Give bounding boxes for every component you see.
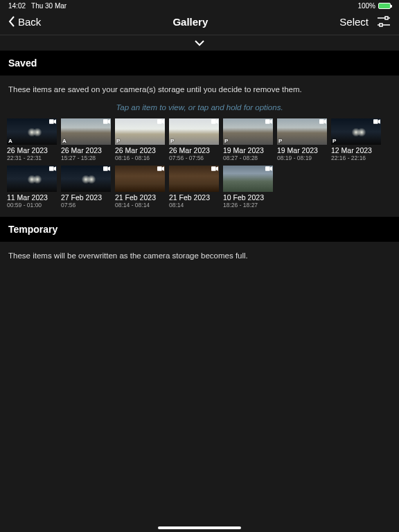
gallery-item[interactable]: P 19 Mar 2023 08:19 - 08:19 — [277, 118, 327, 161]
type-badge: P — [116, 138, 120, 144]
camera-icon — [157, 166, 164, 171]
camera-icon — [319, 119, 326, 124]
svg-rect-12 — [103, 166, 108, 171]
item-date: 10 Feb 2023 — [223, 193, 273, 202]
gallery-item[interactable]: 11 Mar 2023 00:59 - 01:00 — [7, 166, 57, 209]
item-date: 26 Mar 2023 — [61, 146, 111, 154]
svg-rect-14 — [211, 166, 216, 171]
thumbnail-image: P — [169, 118, 219, 145]
item-time: 22:16 - 22:16 — [331, 154, 381, 161]
item-date: 21 Feb 2023 — [115, 193, 165, 202]
thumbnail-image: P — [115, 118, 165, 145]
svg-rect-15 — [265, 166, 270, 171]
thumbnail-image: P — [277, 118, 327, 145]
temporary-section-desc: These items will be overwritten as the c… — [0, 242, 399, 267]
item-time: 08:14 - 08:14 — [115, 202, 165, 209]
thumbnail-image: A — [61, 118, 111, 145]
chevron-down-icon — [194, 39, 205, 46]
type-badge: A — [62, 138, 66, 144]
item-time: 22:31 - 22:31 — [7, 154, 57, 161]
expand-toggle[interactable] — [0, 35, 399, 51]
thumbnail-image — [115, 166, 165, 192]
status-date: Thu 30 Mar — [31, 2, 66, 10]
home-indicator[interactable] — [158, 526, 241, 529]
gallery-hint: Tap an item to view, or tap and hold for… — [0, 100, 399, 118]
svg-rect-13 — [157, 166, 162, 171]
status-bar: 14:02 Thu 30 Mar 100% — [0, 0, 399, 11]
svg-rect-1 — [385, 17, 388, 19]
temporary-section-header: Temporary — [0, 217, 399, 242]
item-date: 26 Mar 2023 — [169, 146, 219, 154]
item-date: 21 Feb 2023 — [169, 193, 219, 202]
battery-icon — [378, 3, 391, 9]
thumbnail-image — [223, 166, 273, 192]
type-badge: A — [8, 138, 12, 144]
camera-icon — [49, 166, 56, 171]
thumbnail-image — [7, 166, 57, 192]
page-title: Gallery — [172, 16, 208, 28]
item-date: 26 Mar 2023 — [115, 146, 165, 154]
camera-icon — [265, 166, 272, 171]
saved-section-desc: These items are saved on your camera(s) … — [0, 76, 399, 100]
item-time: 15:27 - 15:28 — [61, 154, 111, 161]
chevron-left-icon — [8, 16, 15, 27]
type-badge: P — [332, 138, 336, 144]
camera-icon — [211, 166, 218, 171]
camera-icon — [103, 119, 110, 124]
gallery-item[interactable]: P 12 Mar 2023 22:16 - 22:16 — [331, 118, 381, 161]
thumbnail-image: A — [7, 118, 57, 145]
select-button[interactable]: Select — [339, 16, 369, 28]
camera-icon — [157, 119, 164, 124]
item-time: 07:56 — [61, 202, 111, 209]
item-time: 07:56 - 07:56 — [169, 154, 219, 161]
type-badge: P — [278, 138, 282, 144]
camera-icon — [265, 119, 272, 124]
gallery-item[interactable]: 27 Feb 2023 07:56 — [61, 166, 111, 209]
camera-icon — [211, 119, 218, 124]
back-button[interactable]: Back — [8, 16, 41, 28]
item-date: 19 Mar 2023 — [223, 146, 273, 154]
battery-percent: 100% — [357, 2, 375, 10]
camera-icon — [49, 119, 56, 124]
type-badge: P — [170, 138, 174, 144]
gallery-item[interactable]: 21 Feb 2023 08:14 - 08:14 — [115, 166, 165, 209]
type-badge: P — [224, 138, 228, 144]
gallery-item[interactable]: 21 Feb 2023 08:14 — [169, 166, 219, 209]
svg-rect-3 — [380, 24, 382, 26]
item-time: 00:59 - 01:00 — [7, 202, 57, 209]
item-date: 11 Mar 2023 — [7, 193, 57, 202]
item-date: 27 Feb 2023 — [61, 193, 111, 202]
item-time: 08:14 — [169, 202, 219, 209]
item-date: 12 Mar 2023 — [331, 146, 381, 154]
item-time: 08:27 - 08:28 — [223, 154, 273, 161]
svg-rect-4 — [49, 119, 54, 124]
item-date: 26 Mar 2023 — [7, 146, 57, 154]
gallery-item[interactable]: P 26 Mar 2023 08:16 - 08:16 — [115, 118, 165, 161]
saved-grid: A 26 Mar 2023 22:31 - 22:31 A 26 Mar 202… — [0, 118, 399, 217]
gallery-item[interactable]: P 26 Mar 2023 07:56 - 07:56 — [169, 118, 219, 161]
status-time: 14:02 — [8, 2, 26, 10]
item-time: 08:19 - 08:19 — [277, 154, 327, 161]
svg-rect-11 — [49, 166, 54, 171]
camera-icon — [103, 166, 110, 171]
svg-rect-6 — [157, 119, 162, 124]
item-time: 08:16 - 08:16 — [115, 154, 165, 161]
back-label: Back — [18, 16, 41, 28]
item-time: 18:26 - 18:27 — [223, 202, 273, 209]
svg-rect-9 — [319, 119, 324, 124]
camera-icon — [373, 119, 380, 124]
filter-icon[interactable] — [377, 15, 391, 28]
gallery-item[interactable]: A 26 Mar 2023 15:27 - 15:28 — [61, 118, 111, 161]
thumbnail-image — [61, 166, 111, 192]
thumbnail-image: P — [331, 118, 381, 145]
svg-rect-10 — [373, 119, 378, 124]
gallery-item[interactable]: P 19 Mar 2023 08:27 - 08:28 — [223, 118, 273, 161]
thumbnail-image: P — [223, 118, 273, 145]
thumbnail-image — [169, 166, 219, 192]
gallery-item[interactable]: 10 Feb 2023 18:26 - 18:27 — [223, 166, 273, 209]
svg-rect-5 — [103, 119, 108, 124]
gallery-item[interactable]: A 26 Mar 2023 22:31 - 22:31 — [7, 118, 57, 161]
item-date: 19 Mar 2023 — [277, 146, 327, 154]
svg-rect-8 — [265, 119, 270, 124]
saved-section-header: Saved — [0, 51, 399, 76]
